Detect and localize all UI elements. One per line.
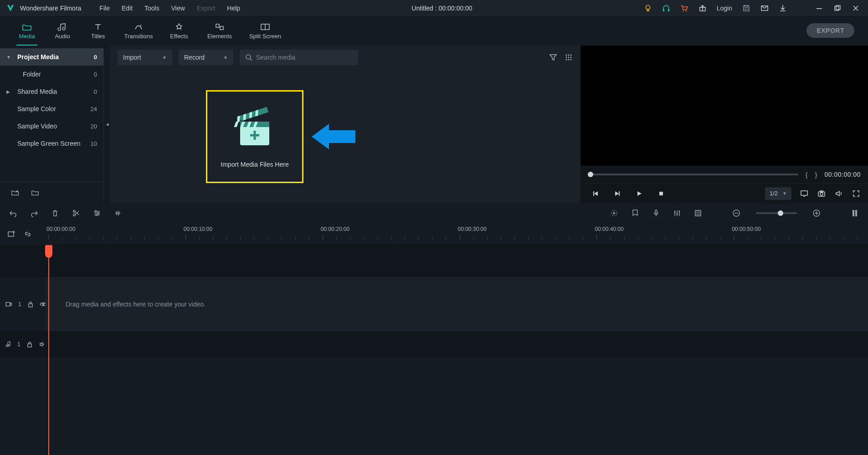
export-button[interactable]: EXPORT <box>806 23 854 38</box>
tree-item-sample-green-screen[interactable]: Sample Green Screen 10 <box>0 135 103 152</box>
audio-mixer-icon[interactable] <box>673 209 681 217</box>
tab-elements[interactable]: Elements <box>197 23 242 40</box>
sidebar-collapse-handle[interactable]: ◀ <box>104 46 110 203</box>
window-maximize-icon[interactable] <box>833 4 842 12</box>
menu-edit[interactable]: Edit <box>122 5 133 12</box>
save-icon[interactable] <box>742 4 750 12</box>
timeline-ruler[interactable]: 00:00:00:0000:00:10:0000:00:20:0000:00:3… <box>46 223 868 245</box>
svg-rect-27 <box>234 122 239 127</box>
folder-icon[interactable] <box>31 189 39 197</box>
delete-button[interactable] <box>51 209 59 217</box>
svg-point-46 <box>98 212 99 214</box>
tab-media[interactable]: Media <box>9 23 45 40</box>
playhead[interactable] <box>48 245 49 455</box>
volume-icon[interactable] <box>834 189 843 198</box>
render-preview-icon[interactable] <box>610 209 618 217</box>
lock-icon[interactable] <box>28 301 33 308</box>
stop-button[interactable] <box>657 189 665 198</box>
zoom-in-button[interactable] <box>812 209 821 217</box>
audio-edit-icon[interactable] <box>114 209 122 217</box>
playhead-handle[interactable] <box>45 245 52 258</box>
window-minimize-icon[interactable] <box>815 4 823 12</box>
undo-button[interactable] <box>9 209 17 217</box>
tree-count: 24 <box>91 106 97 112</box>
next-frame-button[interactable] <box>613 189 621 198</box>
video-track-1[interactable]: 1 Drag media and effects here to create … <box>0 277 868 332</box>
tab-transitions[interactable]: Transitions <box>116 23 161 40</box>
headphones-icon[interactable] <box>662 4 670 12</box>
tab-audio[interactable]: Audio <box>45 23 80 40</box>
crop-icon[interactable] <box>694 209 702 217</box>
zoom-slider-thumb[interactable] <box>778 210 783 216</box>
preview-canvas <box>580 46 868 166</box>
play-button[interactable] <box>635 189 643 198</box>
download-icon[interactable] <box>779 4 787 12</box>
menu-file[interactable]: File <box>99 5 110 12</box>
tree-item-sample-video[interactable]: Sample Video 20 <box>0 118 103 135</box>
tab-effects[interactable]: Effects <box>161 23 197 40</box>
search-media-box[interactable] <box>240 50 358 65</box>
main-row: ▼ Project Media 0 Folder 0 ▶ Shared Medi… <box>0 46 868 203</box>
voiceover-icon[interactable] <box>652 209 660 217</box>
menu-view[interactable]: View <box>171 5 185 12</box>
tree-item-shared-media[interactable]: ▶ Shared Media 0 <box>0 83 103 100</box>
redo-button[interactable] <box>30 209 38 217</box>
mail-icon[interactable] <box>760 4 769 12</box>
chevron-down-icon: ▼ <box>223 55 228 60</box>
add-track-icon[interactable] <box>7 230 15 238</box>
speaker-icon[interactable] <box>39 341 46 348</box>
lock-icon[interactable] <box>27 341 33 348</box>
zoom-fit-icon[interactable] <box>851 209 859 217</box>
menu-help[interactable]: Help <box>227 5 240 12</box>
mark-in-icon[interactable]: { <box>806 171 808 179</box>
snapshot-icon[interactable] <box>817 189 826 198</box>
import-dropdown[interactable]: Import ▼ <box>118 50 172 65</box>
gift-icon[interactable] <box>699 4 707 12</box>
display-settings-icon[interactable] <box>800 189 809 198</box>
marker-icon[interactable] <box>631 209 639 217</box>
import-caption: Import Media Files Here <box>221 161 288 168</box>
import-media-dropzone[interactable]: Import Media Files Here <box>206 90 303 183</box>
window-close-icon[interactable] <box>852 4 860 12</box>
tree-item-sample-color[interactable]: Sample Color 24 <box>0 100 103 118</box>
tree-item-folder[interactable]: Folder 0 <box>0 66 103 83</box>
zoom-slider[interactable] <box>756 212 797 214</box>
svg-point-19 <box>566 57 567 58</box>
login-button[interactable]: Login <box>717 5 732 12</box>
filter-icon[interactable] <box>549 53 558 62</box>
svg-rect-36 <box>593 191 594 196</box>
preview-scrub-thumb[interactable] <box>588 172 593 177</box>
playback-speed-dropdown[interactable]: 1/2 ▼ <box>765 187 791 200</box>
zoom-out-button[interactable] <box>732 209 740 217</box>
tab-elements-label: Elements <box>207 33 232 40</box>
preview-scrub-track[interactable] <box>588 174 798 175</box>
search-media-input[interactable] <box>256 54 353 61</box>
audio-track-lane[interactable] <box>46 332 868 357</box>
grid-view-icon[interactable] <box>564 53 573 62</box>
mark-out-icon[interactable]: } <box>815 171 817 179</box>
video-track-lane[interactable]: Drag media and effects here to create yo… <box>46 277 868 331</box>
tree-item-project-media[interactable]: ▼ Project Media 0 <box>0 48 103 66</box>
prev-frame-button[interactable] <box>591 189 600 198</box>
tree-label: Sample Video <box>17 123 91 130</box>
svg-rect-49 <box>655 210 657 214</box>
fullscreen-icon[interactable] <box>852 189 861 198</box>
titlebar: Wondershare Filmora File Edit Tools View… <box>0 0 868 16</box>
svg-point-16 <box>566 55 567 56</box>
link-icon[interactable] <box>24 230 32 238</box>
record-dropdown[interactable]: Record ▼ <box>179 50 233 65</box>
timeline-ruler-row: 00:00:00:0000:00:10:0000:00:20:0000:00:3… <box>0 223 868 245</box>
tab-titles[interactable]: Titles <box>80 23 116 40</box>
audio-track-1[interactable]: 1 <box>0 332 868 357</box>
lightbulb-icon[interactable] <box>644 4 652 12</box>
timeline-panel: 00:00:00:0000:00:10:0000:00:20:0000:00:3… <box>0 203 868 455</box>
adjust-icon[interactable] <box>93 209 101 217</box>
menu-tools[interactable]: Tools <box>144 5 159 12</box>
new-folder-plus-icon[interactable] <box>11 189 19 197</box>
timeline-ruler-left <box>0 223 46 245</box>
menubar: File Edit Tools View Export Help <box>99 5 240 12</box>
cart-icon[interactable] <box>680 4 688 12</box>
split-button[interactable] <box>72 209 80 217</box>
tab-splitscreen[interactable]: Split Screen <box>242 23 288 40</box>
video-track-head: 1 <box>0 277 46 331</box>
